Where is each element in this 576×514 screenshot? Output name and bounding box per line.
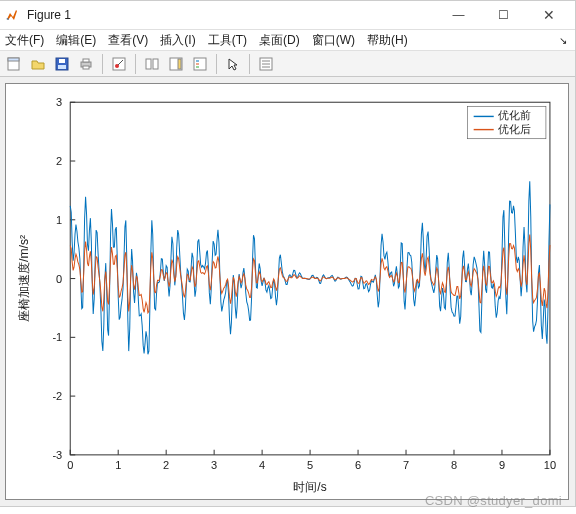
svg-rect-13 <box>178 59 181 69</box>
minimize-button[interactable]: — <box>436 1 481 29</box>
svg-text:2: 2 <box>163 459 169 471</box>
svg-text:0: 0 <box>67 459 73 471</box>
svg-text:9: 9 <box>499 459 505 471</box>
new-figure-button[interactable] <box>3 53 25 75</box>
svg-rect-14 <box>194 58 206 70</box>
figure-panel: 012345678910-3-2-10123时间/s座椅加速度/m/s²优化前优… <box>5 83 569 500</box>
maximize-button[interactable]: ☐ <box>481 1 526 29</box>
svg-rect-3 <box>59 59 65 63</box>
svg-rect-11 <box>153 59 158 69</box>
svg-rect-7 <box>83 66 89 69</box>
figure-window: Figure 1 — ☐ ✕ 文件(F) 编辑(E) 查看(V) 插入(I) 工… <box>0 0 576 507</box>
svg-text:7: 7 <box>403 459 409 471</box>
menu-tools[interactable]: 工具(T) <box>208 32 247 49</box>
y-axis-label: 座椅加速度/m/s² <box>17 234 31 321</box>
svg-text:-3: -3 <box>52 448 62 460</box>
menu-view[interactable]: 查看(V) <box>108 32 148 49</box>
svg-text:-2: -2 <box>52 390 62 402</box>
legend-button[interactable] <box>189 53 211 75</box>
client-area: 012345678910-3-2-10123时间/s座椅加速度/m/s²优化前优… <box>0 77 575 506</box>
svg-text:0: 0 <box>56 272 62 284</box>
menu-bar: 文件(F) 编辑(E) 查看(V) 插入(I) 工具(T) 桌面(D) 窗口(W… <box>0 30 575 51</box>
open-button[interactable] <box>27 53 49 75</box>
menu-edit[interactable]: 编辑(E) <box>56 32 96 49</box>
menu-file[interactable]: 文件(F) <box>5 32 44 49</box>
close-button[interactable]: ✕ <box>526 1 571 29</box>
svg-text:6: 6 <box>355 459 361 471</box>
colorbar-button[interactable] <box>165 53 187 75</box>
svg-rect-4 <box>58 65 66 69</box>
matlab-icon <box>3 6 21 24</box>
svg-text:3: 3 <box>56 96 62 108</box>
menu-help[interactable]: 帮助(H) <box>367 32 408 49</box>
svg-text:2: 2 <box>56 155 62 167</box>
svg-text:4: 4 <box>259 459 265 471</box>
svg-text:8: 8 <box>451 459 457 471</box>
svg-text:优化后: 优化后 <box>498 122 531 134</box>
brush-button[interactable] <box>108 53 130 75</box>
inspector-button[interactable] <box>255 53 277 75</box>
axes[interactable]: 012345678910-3-2-10123时间/s座椅加速度/m/s²优化前优… <box>6 84 568 499</box>
menu-window[interactable]: 窗口(W) <box>312 32 355 49</box>
pointer-button[interactable] <box>222 53 244 75</box>
menu-desk[interactable]: 桌面(D) <box>259 32 300 49</box>
menu-insert[interactable]: 插入(I) <box>160 32 195 49</box>
window-title: Figure 1 <box>27 8 436 22</box>
save-button[interactable] <box>51 53 73 75</box>
print-button[interactable] <box>75 53 97 75</box>
svg-text:优化前: 优化前 <box>498 109 531 121</box>
svg-text:1: 1 <box>115 459 121 471</box>
x-axis-label: 时间/s <box>293 480 326 494</box>
svg-text:10: 10 <box>544 459 556 471</box>
toolbar <box>0 51 575 76</box>
svg-text:3: 3 <box>211 459 217 471</box>
menu-overflow-icon[interactable]: ↘ <box>559 35 567 46</box>
linked-button[interactable] <box>141 53 163 75</box>
svg-text:1: 1 <box>56 213 62 225</box>
svg-rect-10 <box>146 59 151 69</box>
title-bar: Figure 1 — ☐ ✕ <box>0 1 575 30</box>
svg-text:5: 5 <box>307 459 313 471</box>
svg-rect-1 <box>8 58 19 61</box>
svg-text:-1: -1 <box>52 331 62 343</box>
svg-rect-6 <box>83 59 89 62</box>
